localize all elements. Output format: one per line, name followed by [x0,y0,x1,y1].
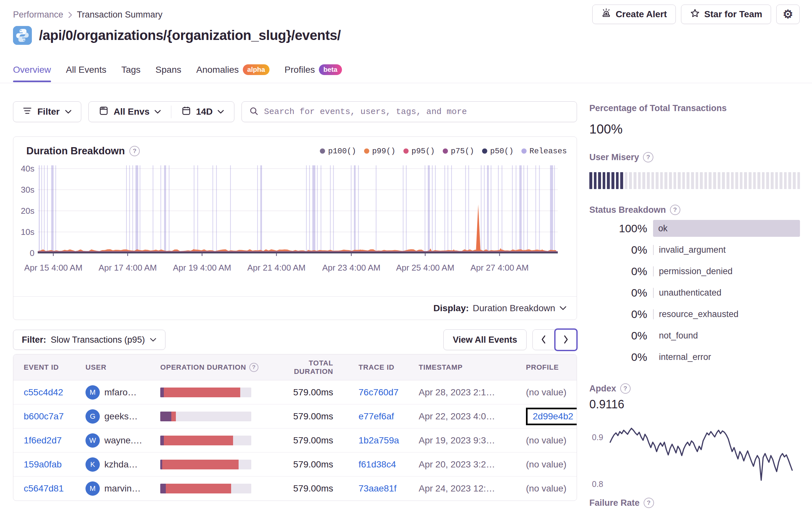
tab-overview[interactable]: Overview [13,65,51,82]
help-icon[interactable]: ? [670,205,680,215]
apdex-y-top: 0.9 [592,433,603,442]
misery-tick-empty [687,172,690,189]
status-row: 0% invalid_argument [589,239,800,261]
chevron-right-icon [68,11,72,19]
tab-profiles[interactable]: Profiles beta [284,64,342,82]
star-for-team-button[interactable]: Star for Team [681,4,771,24]
settings-button[interactable]: ⚙ [776,4,800,24]
misery-tick-empty [757,172,760,189]
x-tick-label: Apr 27 4:00 AM [470,263,528,273]
status-percent: 0% [589,351,647,363]
chart-title: Duration Breakdown [26,145,125,157]
misery-tick-filled [616,172,619,189]
status-label: not_found [653,331,800,341]
event-id-link[interactable]: 159a0fab [24,459,62,470]
tab-anomalies[interactable]: Anomalies alpha [196,64,270,82]
profile-link[interactable]: 2d99e4b2 [533,411,573,421]
total-transactions-value: 100% [589,122,800,137]
help-icon[interactable]: ? [129,146,140,156]
legend-item[interactable]: p100() [320,147,356,156]
help-icon[interactable]: ? [643,152,654,162]
y-tick-label: 0 [30,248,34,258]
table-row: c5647d81 Mmarvin… 579.00ms 73aae81f Apr … [13,477,577,501]
previous-page-button[interactable] [533,330,554,350]
misery-tick-empty [678,172,681,189]
user-misery-bar[interactable] [589,172,800,189]
breadcrumb: Performance Transaction Summary [13,10,163,20]
next-page-button[interactable] [554,328,578,351]
trace-id-link[interactable]: 76c760d7 [358,387,399,398]
avatar: M [86,481,100,496]
event-id-link[interactable]: c5647d81 [24,483,64,494]
x-axis-labels: Apr 15 4:00 AMApr 17 4:00 AMApr 19 4:00 … [38,263,558,276]
apdex-y-bottom: 0.8 [592,479,603,489]
user-name: geeks… [104,411,138,422]
misery-tick-filled [589,172,592,189]
misery-tick-empty [704,172,707,189]
create-alert-button[interactable]: Create Alert [592,4,676,24]
status-rows: 100% ok0% invalid_argument0% permission_… [589,218,800,368]
legend-item[interactable]: p99() [364,147,396,156]
misery-tick-filled [594,172,597,189]
operation-duration-bar [160,484,251,493]
help-icon[interactable]: ? [620,383,631,394]
tab-spans[interactable]: Spans [155,65,181,82]
avatar: K [86,457,100,472]
misery-tick-filled [598,172,601,189]
column-operation-duration: Operation Duration? [150,363,262,372]
failure-rate-heading: Failure Rate [589,498,640,508]
trace-id-link[interactable]: e77ef6af [358,411,394,422]
x-tick-label: Apr 23 4:00 AM [322,263,380,273]
event-id-link[interactable]: 1f6ed2d7 [24,435,62,446]
status-row: 0% permission_denied [589,261,800,282]
chart-legend: p100()p99()p95()p75()p50()Releases [320,147,567,156]
legend-item[interactable]: Releases [521,147,567,156]
chevron-down-icon [559,306,567,310]
avatar: M [86,385,100,399]
status-percent: 0% [589,265,647,278]
alpha-badge: alpha [243,64,270,75]
help-icon[interactable]: ? [644,498,654,508]
date-range-dropdown[interactable]: 14D [171,106,234,118]
search-input[interactable] [264,107,570,117]
misery-tick-empty [629,172,632,189]
status-breakdown-heading: Status Breakdown [589,205,666,215]
trace-id-link[interactable]: 1b2a759a [358,435,399,446]
view-all-events-button[interactable]: View All Events [443,329,527,350]
misery-tick-empty [798,172,800,189]
misery-tick-empty [775,172,778,189]
misery-tick-empty [740,172,743,189]
profile-empty: (no value) [526,483,567,494]
filter-dropdown[interactable]: Filter [13,101,81,122]
duration-chart-svg[interactable] [38,166,558,256]
date-range-label: 14D [196,107,212,117]
y-tick-label: 40s [21,164,34,174]
breadcrumb-performance[interactable]: Performance [13,10,63,20]
help-icon[interactable]: ? [249,363,258,372]
slow-transactions-filter[interactable]: Filter: Slow Transactions (p95) [13,330,166,350]
event-id-link[interactable]: b600c7a7 [24,411,64,422]
display-dropdown[interactable]: Duration Breakdown [473,303,567,313]
table-row: c55c4d42 Mmfaro… 579.00ms 76c760d7 Apr 2… [13,380,577,404]
status-breakdown-section: Status Breakdown ? 100% ok0% invalid_arg… [589,205,800,368]
tab-tags[interactable]: Tags [121,65,140,82]
timestamp: Apr 22, 2023 4:0… [408,411,516,422]
trace-id-link[interactable]: 73aae81f [358,483,397,494]
misery-tick-empty [718,172,721,189]
event-id-link[interactable]: c55c4d42 [24,387,63,398]
chevron-left-icon [540,335,547,345]
tab-all-events[interactable]: All Events [66,65,107,82]
environment-dropdown[interactable]: All Envs [89,106,171,118]
timestamp: Apr 24, 2023 12:… [408,483,516,494]
trace-id-link[interactable]: f61d38c4 [358,459,396,470]
misery-tick-empty [660,172,663,189]
legend-item[interactable]: p95() [403,147,435,156]
column-total-duration: Total Duration [262,359,348,376]
status-row: 100% ok [589,218,800,239]
legend-item[interactable]: p75() [443,147,474,156]
misery-tick-empty [673,172,676,189]
pagination [532,329,577,350]
legend-dot [403,148,409,154]
legend-item[interactable]: p50() [482,147,514,156]
misery-tick-empty [735,172,738,189]
